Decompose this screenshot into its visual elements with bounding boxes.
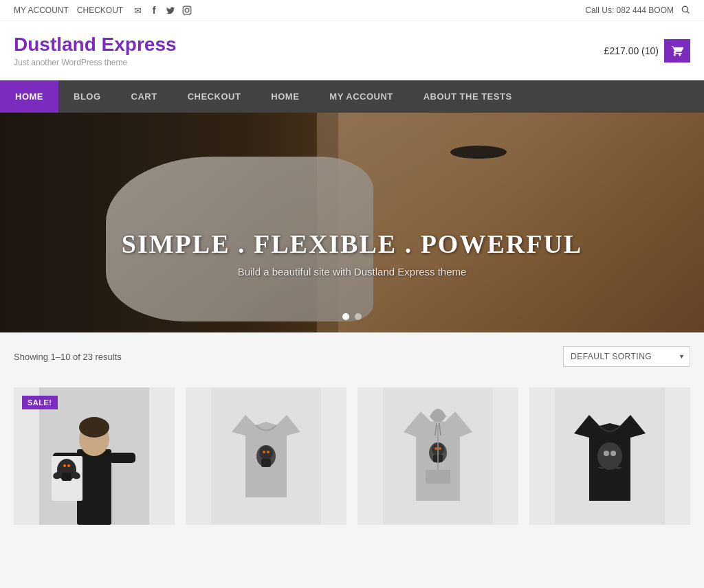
email-icon[interactable]: ✉ bbox=[131, 4, 144, 16]
svg-point-15 bbox=[67, 464, 70, 467]
nav-blog[interactable]: BLOG bbox=[58, 80, 116, 113]
results-count: Showing 1–10 of 23 results bbox=[14, 352, 122, 362]
site-subtitle: Just another WordPress theme bbox=[14, 58, 177, 67]
svg-line-4 bbox=[688, 11, 690, 13]
hero-content: SIMPLE . FLEXIBLE . POWERFUL Build a bea… bbox=[70, 229, 633, 278]
slider-dot-1[interactable] bbox=[342, 313, 349, 320]
svg-point-24 bbox=[267, 451, 270, 453]
svg-rect-10 bbox=[109, 453, 135, 463]
svg-point-34 bbox=[439, 447, 441, 450]
product-image-3 bbox=[358, 387, 518, 525]
nav-cart[interactable]: CART bbox=[116, 80, 173, 113]
product-card-3[interactable] bbox=[358, 387, 518, 525]
sale-badge: SALE! bbox=[22, 396, 58, 409]
nav-checkout[interactable]: CHECKOUT bbox=[173, 80, 256, 113]
nav-home[interactable]: HOME bbox=[0, 80, 58, 113]
main-nav: HOME BLOG CART CHECKOUT HOME MY ACCOUNT … bbox=[0, 80, 704, 113]
hero-title: SIMPLE . FLEXIBLE . POWERFUL bbox=[70, 229, 633, 259]
svg-point-3 bbox=[682, 6, 688, 12]
product-card-4[interactable] bbox=[529, 387, 690, 525]
products-header: Showing 1–10 of 23 results DEFAULT SORTI… bbox=[14, 346, 690, 374]
svg-point-1 bbox=[185, 8, 189, 12]
product-card-1[interactable]: SALE! bbox=[14, 387, 175, 525]
svg-point-40 bbox=[600, 444, 620, 464]
svg-point-13 bbox=[60, 460, 74, 473]
svg-point-22 bbox=[259, 446, 273, 460]
product-card-2[interactable] bbox=[186, 387, 346, 525]
search-icon-top[interactable] bbox=[681, 5, 690, 16]
product-image-1: SALE! bbox=[14, 387, 175, 525]
products-section: Showing 1–10 of 23 results DEFAULT SORTI… bbox=[0, 332, 704, 539]
svg-point-42 bbox=[610, 451, 616, 456]
product-image-4 bbox=[529, 387, 690, 525]
svg-rect-30 bbox=[426, 470, 450, 484]
call-us-text: Call Us: 082 444 BOOM bbox=[585, 5, 674, 15]
nav-my-account[interactable]: MY ACCOUNT bbox=[314, 80, 408, 113]
svg-point-33 bbox=[434, 447, 437, 450]
nav-about-tests[interactable]: ABOUT THE TESTS bbox=[408, 80, 527, 113]
hero-subtitle: Build a beautiful site with Dustland Exp… bbox=[70, 266, 633, 278]
cart-amount: £217.00 (10) bbox=[604, 45, 659, 56]
top-bar: MY ACCOUNT CHECKOUT ✉ f Call Us: 082 444… bbox=[0, 0, 704, 21]
svg-point-2 bbox=[189, 8, 190, 8]
slider-dot-2[interactable] bbox=[355, 313, 362, 320]
facebook-icon[interactable]: f bbox=[148, 4, 160, 16]
header: Dustland Express Just another WordPress … bbox=[0, 21, 704, 80]
nav-home2[interactable]: HOME bbox=[256, 80, 314, 113]
sort-wrapper: DEFAULT SORTING Sort by popularity Sort … bbox=[563, 346, 690, 367]
top-bar-left: MY ACCOUNT CHECKOUT ✉ f bbox=[14, 4, 193, 16]
svg-point-14 bbox=[63, 464, 66, 467]
svg-point-8 bbox=[79, 417, 109, 438]
slider-dots bbox=[342, 313, 362, 320]
hero-slider: SIMPLE . FLEXIBLE . POWERFUL Build a bea… bbox=[0, 113, 704, 332]
cart-button[interactable] bbox=[664, 39, 690, 63]
cart-info: £217.00 (10) bbox=[604, 39, 690, 63]
sort-select[interactable]: DEFAULT SORTING Sort by popularity Sort … bbox=[563, 346, 690, 367]
product-image-2 bbox=[186, 387, 346, 525]
top-bar-right: Call Us: 082 444 BOOM bbox=[585, 5, 690, 16]
page-end bbox=[0, 539, 704, 552]
instagram-icon[interactable] bbox=[181, 4, 193, 16]
checkout-link-top[interactable]: CHECKOUT bbox=[77, 5, 123, 15]
svg-rect-25 bbox=[261, 459, 271, 467]
svg-point-23 bbox=[263, 451, 265, 453]
my-account-link[interactable]: MY ACCOUNT bbox=[14, 5, 69, 15]
site-branding: Dustland Express Just another WordPress … bbox=[14, 34, 177, 67]
svg-rect-0 bbox=[183, 6, 191, 14]
product-grid: SALE! bbox=[14, 387, 690, 525]
svg-point-41 bbox=[604, 451, 609, 456]
site-title[interactable]: Dustland Express bbox=[14, 34, 177, 56]
svg-rect-16 bbox=[62, 473, 72, 481]
social-icons: ✉ f bbox=[131, 4, 193, 16]
twitter-icon[interactable] bbox=[164, 4, 177, 16]
